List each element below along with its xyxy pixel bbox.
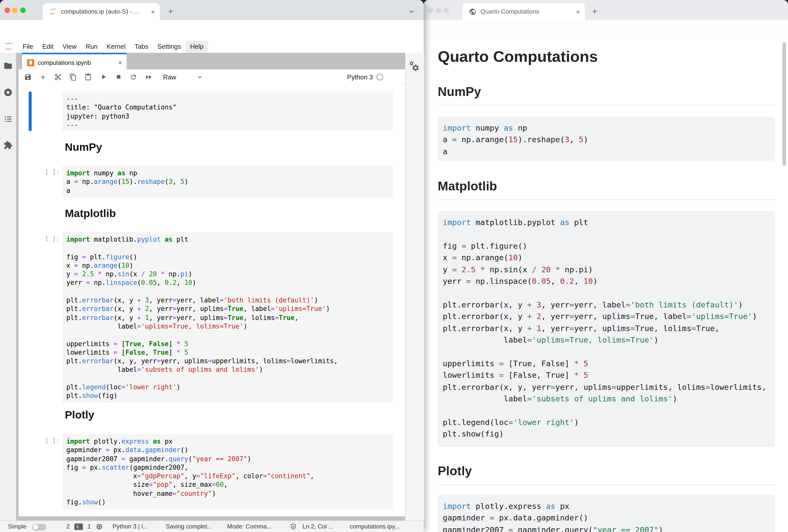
toolbar-right: localhost:7896 Z JJ ⋮ xyxy=(423,20,788,40)
statusbar-filename: computations.ipy... xyxy=(350,523,399,530)
close-notebook-icon[interactable]: × xyxy=(118,59,122,66)
simple-mode-label: Simple xyxy=(8,523,26,530)
copy-cell-button[interactable] xyxy=(69,73,77,81)
menu-settings[interactable]: Settings xyxy=(153,40,185,52)
markdown-heading-matplotlib[interactable]: Matplotlib xyxy=(65,207,116,220)
dock-panel-edge xyxy=(18,516,405,520)
jupyterlab-browser-window: computations.ip (auto-S) - Jup × localho… xyxy=(0,0,423,532)
minimize-window-button[interactable] xyxy=(12,7,18,13)
code-cell-plotly[interactable]: import plotly.express as pxgapminder = p… xyxy=(62,434,393,509)
close-window-button[interactable] xyxy=(428,7,433,13)
zoom-window-button[interactable] xyxy=(20,7,25,13)
jupyterlab-menubar: File Edit View Run Kernel Tabs Settings … xyxy=(0,40,423,53)
sidebar-splitter[interactable] xyxy=(16,53,18,520)
restart-kernel-button[interactable] xyxy=(130,73,137,81)
toggle-knob xyxy=(33,525,38,530)
desktop: Quarto Computations × localhost:7896 Z xyxy=(0,0,788,532)
notebook-tab[interactable]: computations.ipynb × xyxy=(22,53,127,71)
run-cell-button[interactable] xyxy=(99,73,107,81)
zoom-window-button[interactable] xyxy=(443,7,449,13)
cut-cell-button[interactable] xyxy=(54,73,62,81)
browser-tab-jupyter[interactable]: computations.ip (auto-S) - Jup × xyxy=(43,3,160,20)
kernel-status-icon[interactable] xyxy=(376,74,383,80)
jupyter-favicon-icon xyxy=(49,7,57,16)
markdown-heading-plotly[interactable]: Plotly xyxy=(65,409,94,422)
kernel-name[interactable]: Python 3 xyxy=(347,73,373,81)
code-block-numpy: import numpy as npa = np.arange(15).resh… xyxy=(438,117,775,161)
menu-tabs[interactable]: Tabs xyxy=(130,40,153,52)
menu-kernel[interactable]: Kernel xyxy=(102,40,130,52)
macos-titlebar-right: Quarto Computations × xyxy=(423,0,788,20)
saving-status: Saving complet... xyxy=(166,523,212,530)
kernel-count[interactable]: 1 xyxy=(87,523,91,530)
notebook-content: ---title: "Quarto Computations"jupyter: … xyxy=(18,84,400,516)
cell-prompt: [ ]: xyxy=(41,169,60,176)
document-tab-bar: computations.ipynb × xyxy=(18,53,405,69)
code-cell-matplotlib[interactable]: import matplotlib.pyplot as plt fig = pl… xyxy=(62,232,393,403)
minimize-window-button[interactable] xyxy=(435,7,441,13)
cursor-position[interactable]: Ln 2, Col ... xyxy=(302,523,333,530)
close-window-button[interactable] xyxy=(4,7,10,13)
markdown-heading-numpy[interactable]: NumPy xyxy=(65,141,102,154)
notebook-toolbar: Raw Python 3 xyxy=(18,69,405,85)
menu-view[interactable]: View xyxy=(58,40,81,52)
right-sidebar xyxy=(405,53,424,520)
cell-prompt: [ ]: xyxy=(41,235,60,242)
active-cell-indicator[interactable] xyxy=(28,91,32,131)
page-scrollbar[interactable] xyxy=(783,42,786,166)
notebook-tab-label: computations.ipynb xyxy=(38,59,91,66)
quarto-page: Quarto Computations NumPy import numpy a… xyxy=(423,40,788,532)
notebook-favicon-icon xyxy=(27,59,34,66)
add-cell-button[interactable] xyxy=(39,73,46,81)
cell-type-chevron-icon[interactable] xyxy=(196,74,203,80)
close-tab-icon[interactable]: × xyxy=(151,8,155,15)
browser-tab-quarto[interactable]: Quarto Computations × xyxy=(462,3,585,20)
raw-cell-editor[interactable]: ---title: "Quarto Computations"jupyter: … xyxy=(62,91,393,131)
paste-cell-button[interactable] xyxy=(84,73,92,81)
code-cell-numpy[interactable]: import numpy as npa = np.arange(15).resh… xyxy=(62,166,393,198)
command-mode-status[interactable]: Mode: Comma... xyxy=(227,523,272,530)
section-heading-plotly: Plotly xyxy=(438,464,775,485)
terminal-count[interactable]: 2 xyxy=(66,523,70,530)
menu-run[interactable]: Run xyxy=(81,40,102,52)
new-tab-button[interactable] xyxy=(167,7,174,15)
new-tab-button[interactable] xyxy=(591,7,598,15)
interrupt-kernel-button[interactable] xyxy=(115,73,122,80)
jupyterlab-statusbar: Simple 2 $_ 1 Python 3 | I... Saving com… xyxy=(0,520,423,532)
running-kernels-icon[interactable] xyxy=(3,88,13,97)
quarto-browser-window: Quarto Computations × localhost:7896 Z xyxy=(423,0,788,532)
trust-shield-icon[interactable] xyxy=(290,523,297,531)
restart-run-all-button[interactable] xyxy=(144,73,152,81)
tab-title: computations.ip (auto-S) - Jup xyxy=(61,8,141,15)
macos-titlebar-left: computations.ip (auto-S) - Jup × xyxy=(0,0,423,20)
menu-help[interactable]: Help xyxy=(185,40,208,52)
jupyterlab-activity-bar xyxy=(0,53,16,520)
table-of-contents-icon[interactable] xyxy=(3,115,13,124)
menu-file[interactable]: File xyxy=(18,40,38,52)
section-heading-matplotlib: Matplotlib xyxy=(438,179,775,200)
code-block-plotly: import plotly.express as pxgapminder = p… xyxy=(438,495,775,532)
cell-prompt: [ ]: xyxy=(41,437,60,444)
kernel-status-text[interactable]: Python 3 | I... xyxy=(113,523,148,530)
terminal-icon[interactable]: $_ xyxy=(74,524,83,530)
section-heading-numpy: NumPy xyxy=(438,84,775,105)
close-tab-icon[interactable]: × xyxy=(576,8,580,15)
save-button[interactable] xyxy=(24,73,32,81)
toolbar-left: localhost:8889/lab/workspaces/auto-S/tre… xyxy=(0,20,423,40)
tab-search-chevron-icon[interactable] xyxy=(408,8,415,15)
kernel-chip-icon[interactable] xyxy=(96,523,103,531)
simple-mode-toggle[interactable] xyxy=(32,524,46,530)
code-block-matplotlib: import matplotlib.pyplot as plt fig = pl… xyxy=(438,211,775,447)
menu-edit[interactable]: Edit xyxy=(38,40,58,52)
globe-favicon-icon xyxy=(469,8,476,15)
cell-type-select[interactable]: Raw xyxy=(163,73,176,81)
property-inspector-gear-small-icon xyxy=(409,61,414,66)
file-browser-icon[interactable] xyxy=(3,61,13,70)
tab-title: Quarto Computations xyxy=(480,8,539,15)
extension-manager-icon[interactable] xyxy=(3,141,13,150)
jupyter-logo-icon xyxy=(4,41,14,51)
page-title: Quarto Computations xyxy=(438,48,598,66)
